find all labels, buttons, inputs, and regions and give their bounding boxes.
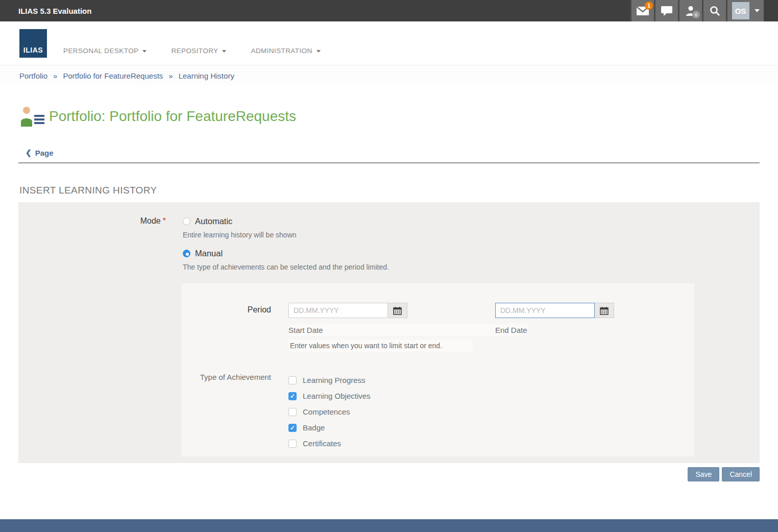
start-date-group: [288, 303, 407, 318]
achievement-option-learning-progress: ✓ Learning Progress: [288, 372, 371, 388]
checkbox-learning-objectives-label[interactable]: Learning Objectives: [303, 392, 371, 400]
form-actions: Save Cancel: [18, 467, 760, 481]
mode-option-manual: Manual: [183, 249, 389, 258]
page-title-row: Portfolio: Portfolio for FeatureRequests: [19, 106, 778, 127]
checkbox-badge[interactable]: ✓: [288, 424, 297, 432]
checkbox-badge-label[interactable]: Badge: [303, 423, 325, 432]
header: ILIAS PERSONAL DESKTOP REPOSITORY ADMINI…: [0, 21, 778, 65]
nav-item-repository[interactable]: REPOSITORY: [171, 47, 226, 55]
achievement-option-badge: ✓ Badge: [288, 420, 371, 436]
page-title: Portfolio: Portfolio for FeatureRequests: [49, 108, 296, 125]
achievement-option-certificates: ✓ Certificates: [288, 436, 371, 451]
breadcrumb-link-portfolio-for-featurerequests[interactable]: Portfolio for FeatureRequests: [63, 71, 163, 80]
chevron-down-icon: [222, 50, 226, 53]
insert-learning-history-form: Mode* Automatic Entire learning history …: [18, 202, 760, 463]
start-date-sublabel: Start Date: [288, 324, 495, 336]
ilias-logo-text: ILIAS: [23, 46, 43, 54]
end-date-input[interactable]: [495, 303, 595, 318]
section-heading: INSERT LEARNING HISTORY: [19, 185, 778, 196]
checkbox-learning-objectives[interactable]: ✓: [288, 392, 297, 400]
achievement-row: Type of Achievement ✓ Learning Progress …: [181, 372, 694, 451]
breadcrumb-separator: »: [168, 71, 173, 80]
end-date-calendar-button[interactable]: [595, 303, 614, 318]
nav-item-label: REPOSITORY: [171, 47, 218, 55]
achievement-option-learning-objectives: ✓ Learning Objectives: [288, 388, 371, 404]
check-icon: ✓: [290, 393, 295, 399]
calendar-icon: [600, 306, 609, 315]
radio-automatic-label[interactable]: Automatic: [195, 216, 232, 226]
checkbox-certificates[interactable]: ✓: [288, 440, 297, 448]
portfolio-icon: [19, 106, 45, 127]
period-hint: Enter values when you want to limit star…: [288, 340, 473, 352]
achievement-option-competences: ✓ Competences: [288, 404, 371, 420]
topbar-actions: 1 6 OS: [630, 0, 764, 21]
mail-count-badge: 1: [645, 2, 653, 10]
chevron-left-icon: ❮: [26, 149, 32, 157]
manual-description: The type of achievements can be selected…: [183, 263, 389, 271]
required-asterisk: *: [163, 216, 166, 225]
chevron-down-icon: [317, 50, 321, 53]
tab-page-label: Page: [35, 149, 54, 157]
breadcrumb-link-learning-history[interactable]: Learning History: [179, 71, 234, 80]
breadcrumb-separator: »: [53, 71, 57, 80]
manual-settings-panel: Period: [181, 283, 694, 456]
mode-option-automatic: Automatic: [183, 216, 389, 226]
caret-down-icon: [755, 9, 760, 12]
footer: powered by ILIAS (v5.3.2 2018-03-15) | L…: [0, 519, 778, 532]
checkbox-competences[interactable]: ✓: [288, 408, 297, 416]
calendar-icon: [393, 306, 402, 315]
avatar: OS: [732, 2, 749, 19]
checkbox-learning-progress-label[interactable]: Learning Progress: [303, 376, 366, 384]
save-button[interactable]: Save: [688, 467, 719, 481]
achievement-label: Type of Achievement: [181, 373, 271, 381]
chevron-down-icon: [142, 50, 147, 53]
end-date-group: [495, 303, 614, 318]
radio-manual[interactable]: [183, 250, 190, 257]
mode-label: Mode: [140, 216, 161, 225]
end-date-sublabel: End Date: [495, 324, 527, 336]
period-label: Period: [181, 305, 271, 315]
topbar: ILIAS 5.3 Evaluation 1 6 OS: [0, 0, 778, 21]
contacts-button[interactable]: 6: [678, 0, 702, 21]
breadcrumb-link-portfolio[interactable]: Portfolio: [19, 71, 47, 80]
user-menu-button[interactable]: OS: [726, 0, 764, 21]
start-date-input[interactable]: [288, 303, 388, 318]
radio-automatic[interactable]: [183, 217, 190, 225]
search-icon: [710, 6, 720, 16]
tab-bar: ❮ Page: [18, 148, 760, 163]
ilias-logo[interactable]: ILIAS: [19, 29, 47, 58]
chat-button[interactable]: [654, 0, 678, 21]
cancel-button[interactable]: Cancel: [722, 467, 760, 481]
main-nav: PERSONAL DESKTOP REPOSITORY ADMINISTRATI…: [63, 47, 321, 55]
contacts-count-badge: 6: [692, 11, 700, 18]
checkbox-learning-progress[interactable]: ✓: [288, 376, 297, 384]
automatic-description: Entire learning history will be shown: [183, 231, 389, 239]
app-title: ILIAS 5.3 Evaluation: [0, 7, 91, 15]
mail-button[interactable]: 1: [630, 0, 654, 21]
mode-row: Mode* Automatic Entire learning history …: [18, 216, 760, 281]
checkbox-competences-label[interactable]: Competences: [303, 407, 350, 416]
nav-item-personal-desktop[interactable]: PERSONAL DESKTOP: [63, 47, 147, 55]
breadcrumb: Portfolio » Portfolio for FeatureRequest…: [0, 65, 778, 86]
nav-item-label: PERSONAL DESKTOP: [63, 47, 138, 55]
check-icon: ✓: [290, 425, 295, 431]
radio-manual-label[interactable]: Manual: [195, 249, 223, 258]
search-button[interactable]: [702, 0, 726, 21]
start-date-calendar-button[interactable]: [388, 303, 407, 318]
nav-item-administration[interactable]: ADMINISTRATION: [251, 47, 320, 55]
chat-icon: [661, 6, 673, 16]
period-row: Period: [181, 303, 694, 352]
tab-page-back[interactable]: ❮ Page: [26, 149, 54, 157]
checkbox-certificates-label[interactable]: Certificates: [303, 439, 341, 448]
nav-item-label: ADMINISTRATION: [251, 47, 312, 55]
